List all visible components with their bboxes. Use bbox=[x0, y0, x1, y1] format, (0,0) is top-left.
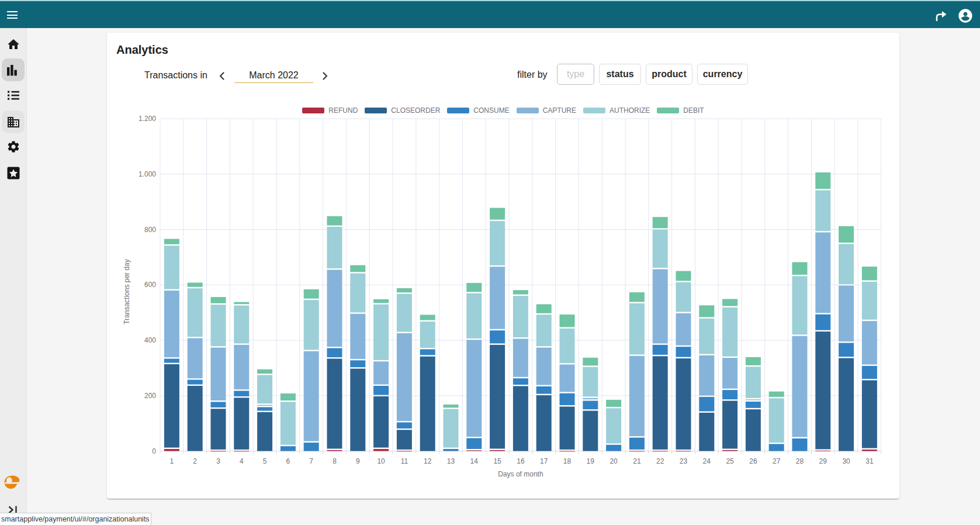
svg-text:9: 9 bbox=[356, 457, 360, 465]
svg-text:31: 31 bbox=[865, 457, 874, 465]
svg-text:400: 400 bbox=[144, 336, 156, 344]
svg-text:13: 13 bbox=[447, 457, 455, 465]
svg-text:16: 16 bbox=[517, 457, 525, 465]
svg-text:30: 30 bbox=[842, 457, 850, 465]
svg-text:22: 22 bbox=[656, 457, 664, 465]
svg-text:14: 14 bbox=[470, 457, 479, 465]
svg-text:5: 5 bbox=[263, 457, 267, 465]
svg-text:Transactions per day: Transactions per day bbox=[123, 259, 131, 324]
svg-text:17: 17 bbox=[540, 457, 548, 465]
svg-text:15: 15 bbox=[493, 457, 501, 465]
svg-text:24: 24 bbox=[703, 457, 711, 465]
svg-text:29: 29 bbox=[819, 457, 827, 465]
svg-text:6: 6 bbox=[286, 457, 290, 465]
svg-text:10: 10 bbox=[377, 457, 385, 465]
svg-text:1.200: 1.200 bbox=[138, 115, 156, 123]
svg-text:21: 21 bbox=[633, 457, 641, 465]
svg-text:1.000: 1.000 bbox=[138, 170, 156, 178]
svg-text:12: 12 bbox=[424, 457, 432, 465]
svg-text:8: 8 bbox=[333, 457, 337, 465]
svg-text:18: 18 bbox=[563, 457, 572, 465]
svg-text:3: 3 bbox=[216, 457, 220, 465]
svg-text:19: 19 bbox=[587, 457, 595, 465]
svg-text:800: 800 bbox=[144, 226, 156, 234]
svg-text:2: 2 bbox=[193, 457, 197, 465]
svg-text:25: 25 bbox=[726, 457, 734, 465]
svg-text:23: 23 bbox=[680, 457, 688, 465]
svg-text:1: 1 bbox=[170, 457, 174, 465]
svg-text:Days of month: Days of month bbox=[498, 470, 543, 478]
svg-text:27: 27 bbox=[773, 457, 781, 465]
svg-text:200: 200 bbox=[144, 392, 156, 400]
svg-text:26: 26 bbox=[749, 457, 757, 465]
svg-text:28: 28 bbox=[796, 457, 804, 465]
svg-text:7: 7 bbox=[309, 457, 313, 465]
svg-text:600: 600 bbox=[144, 281, 156, 289]
svg-text:0: 0 bbox=[152, 447, 156, 455]
svg-text:4: 4 bbox=[240, 457, 244, 465]
svg-text:11: 11 bbox=[401, 457, 408, 465]
svg-text:20: 20 bbox=[610, 457, 618, 465]
